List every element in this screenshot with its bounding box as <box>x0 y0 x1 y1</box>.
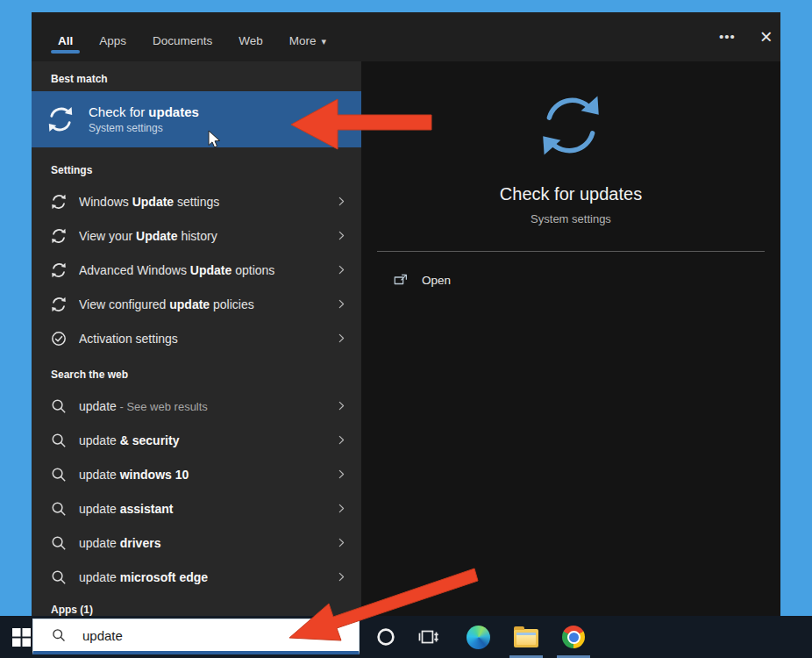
best-match-result[interactable]: Check for updates System settings <box>32 91 361 147</box>
open-action[interactable]: Open <box>393 272 451 288</box>
chevron-right-icon[interactable] <box>336 537 347 548</box>
section-header-settings: Settings <box>32 162 361 178</box>
chevron-down-icon: ▾ <box>322 36 327 46</box>
search-icon <box>50 534 68 552</box>
chevron-right-icon[interactable] <box>336 230 347 241</box>
tab-all[interactable]: All <box>50 34 81 61</box>
web-suggestion-update-drivers[interactable]: update drivers <box>32 526 361 560</box>
preview-subtitle: System settings <box>531 212 611 225</box>
web-suggestion-see-web-results[interactable]: update - See web results <box>32 389 361 423</box>
result-label: update drivers <box>79 536 336 550</box>
chevron-right-icon[interactable] <box>336 333 347 344</box>
chevron-right-icon[interactable] <box>336 400 347 411</box>
sync-icon <box>50 261 68 279</box>
preview-title: Check for updates <box>500 184 642 204</box>
web-suggestion-update-security[interactable]: update & security <box>32 423 361 457</box>
tab-documents[interactable]: Documents <box>145 34 220 61</box>
result-label: Activation settings <box>79 332 336 346</box>
search-icon <box>51 627 67 643</box>
result-label: View your Update history <box>79 229 336 243</box>
sync-icon <box>46 104 75 134</box>
chevron-right-icon[interactable] <box>336 468 347 480</box>
edge-icon <box>467 626 490 649</box>
result-label: Windows Update settings <box>79 195 336 209</box>
check-circle-icon <box>50 330 68 347</box>
windows-logo-icon <box>12 628 31 647</box>
chrome-icon <box>562 626 585 648</box>
search-icon <box>50 500 68 518</box>
chevron-right-icon[interactable] <box>336 196 347 207</box>
chevron-right-icon[interactable] <box>336 571 347 583</box>
result-label: update microsoft edge <box>79 570 336 584</box>
result-label: Advanced Windows Update options <box>79 263 336 277</box>
chevron-right-icon[interactable] <box>336 434 347 446</box>
result-label: update - See web results <box>79 399 336 413</box>
result-label: update windows 10 <box>79 468 336 482</box>
chevron-right-icon[interactable] <box>336 298 347 310</box>
web-suggestion-update-windows-10[interactable]: update windows 10 <box>32 457 361 491</box>
result-label: update & security <box>79 433 336 447</box>
section-header-apps: Apps (1) <box>32 602 361 616</box>
search-input[interactable] <box>81 627 300 644</box>
sync-icon-large <box>535 89 607 161</box>
tab-all-label: All <box>58 34 73 47</box>
task-view-button[interactable] <box>408 616 448 658</box>
window-controls: ••• × <box>719 12 773 61</box>
chevron-right-icon[interactable] <box>336 503 347 514</box>
file-explorer-icon <box>514 629 538 647</box>
open-window-icon <box>393 272 409 288</box>
web-suggestion-update-assistant[interactable]: update assistant <box>32 491 361 526</box>
desktop: { "icons": { "more_caret": "▾", "ellipsi… <box>0 0 812 658</box>
search-results-panel: Best match Check for updates System sett… <box>32 61 361 616</box>
tab-apps[interactable]: Apps <box>91 34 134 61</box>
sync-icon <box>50 296 68 313</box>
chrome-button[interactable] <box>553 616 594 658</box>
close-icon[interactable]: × <box>760 27 773 46</box>
section-header-search-web: Search the web <box>32 367 361 383</box>
tab-more[interactable]: More▾ <box>281 34 334 61</box>
chevron-right-icon[interactable] <box>336 264 347 275</box>
taskbar-search-box[interactable] <box>32 619 360 654</box>
sync-icon <box>50 193 68 211</box>
open-action-label: Open <box>422 274 451 287</box>
tab-more-label: More <box>289 34 317 47</box>
best-match-title: Check for updates <box>89 104 199 121</box>
search-icon <box>50 397 68 415</box>
result-label: View configured update policies <box>79 297 336 311</box>
result-configured-update-policies[interactable]: View configured update policies <box>32 287 361 321</box>
sync-icon <box>50 227 68 245</box>
edge-button[interactable] <box>458 616 498 658</box>
web-suggestion-update-microsoft-edge[interactable]: update microsoft edge <box>32 560 361 594</box>
best-match-text: Check for updates System settings <box>89 104 199 136</box>
search-flyout-window: All Apps Documents Web More▾ ••• × Best … <box>32 12 780 616</box>
tab-documents-label: Documents <box>153 34 212 47</box>
section-header-best-match: Best match <box>32 71 361 87</box>
result-label: update assistant <box>79 502 336 516</box>
search-icon <box>50 432 68 449</box>
result-view-update-history[interactable]: View your Update history <box>32 218 361 253</box>
file-explorer-button[interactable] <box>506 616 546 658</box>
tab-apps-label: Apps <box>99 34 126 47</box>
result-activation-settings[interactable]: Activation settings <box>32 321 361 355</box>
tab-web[interactable]: Web <box>231 34 271 61</box>
result-preview-panel: Check for updates System settings Open <box>361 61 780 616</box>
result-advanced-update-options[interactable]: Advanced Windows Update options <box>32 253 361 287</box>
task-view-icon <box>417 626 439 648</box>
tab-web-label: Web <box>239 34 263 47</box>
search-icon <box>50 569 68 586</box>
best-match-subtitle: System settings <box>89 121 199 136</box>
cortana-ring-icon <box>375 626 396 647</box>
search-icon <box>50 466 68 483</box>
search-filter-tabbar: All Apps Documents Web More▾ ••• × <box>32 12 780 61</box>
options-ellipsis-icon[interactable]: ••• <box>719 32 736 41</box>
preview-divider <box>377 251 765 252</box>
result-windows-update-settings[interactable]: Windows Update settings <box>32 184 361 218</box>
cortana-button[interactable] <box>366 616 406 658</box>
